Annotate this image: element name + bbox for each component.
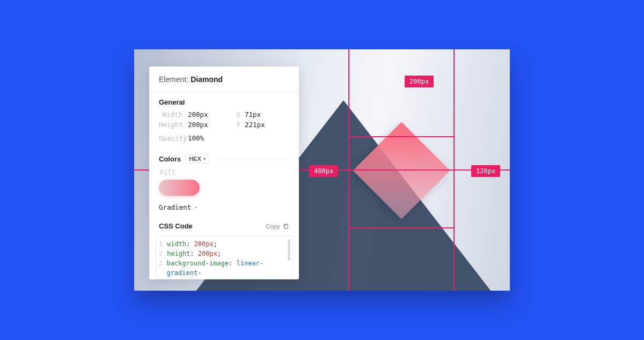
- height-label: Height: [159, 121, 188, 129]
- copy-css-button[interactable]: Copy: [266, 223, 289, 230]
- inspector-panel: Element: Diamond General Width 200px X 7…: [149, 66, 299, 279]
- opacity-value[interactable]: 100%: [188, 134, 219, 142]
- height-value[interactable]: 200px: [188, 121, 219, 129]
- chevron-down-icon: ▾: [194, 205, 197, 210]
- css-section-header: CSS Code Copy: [149, 215, 299, 233]
- divider: [219, 159, 289, 159]
- color-format-select[interactable]: HEX ▾: [185, 154, 210, 164]
- general-title: General: [159, 98, 289, 106]
- hex-label: HEX: [189, 156, 201, 162]
- canvas-stage[interactable]: 200px 480px 120px Element: Diamond Gener…: [134, 49, 510, 291]
- measure-tag-top: 200px: [405, 76, 434, 87]
- fill-label: Fill: [160, 169, 289, 176]
- scrollbar-thumb[interactable]: [288, 239, 290, 261]
- colors-section: Colors HEX ▾ Fill Gradient ▾: [149, 147, 299, 215]
- x-label: X: [235, 110, 245, 119]
- gradient-label: Gradient: [159, 203, 191, 211]
- measure-tag-left: 480px: [309, 165, 338, 177]
- y-label: Y: [235, 121, 245, 129]
- css-title: CSS Code: [159, 222, 193, 230]
- element-name: Diamond: [191, 75, 223, 84]
- copy-label: Copy: [266, 223, 280, 230]
- copy-icon: [283, 223, 289, 230]
- element-label: Element:: [159, 75, 191, 84]
- x-value[interactable]: 71px: [245, 110, 261, 119]
- fill-type-select[interactable]: Gradient ▾: [159, 203, 197, 211]
- svg-rect-0: [284, 225, 288, 228]
- general-section: General Width 200px X 71px Height 200px …: [149, 92, 299, 147]
- fill-gradient-swatch[interactable]: [159, 180, 200, 196]
- measure-tag-right: 120px: [471, 165, 500, 177]
- selection-bounds[interactable]: [348, 136, 455, 228]
- width-label: Width: [159, 110, 188, 119]
- colors-title: Colors: [159, 155, 181, 163]
- css-code-box[interactable]: 1width: 200px; 2height: 200px; 3backgrou…: [156, 235, 292, 279]
- width-value[interactable]: 200px: [188, 110, 219, 119]
- panel-header: Element: Diamond: [149, 66, 299, 92]
- opacity-label: Opacity: [159, 134, 188, 142]
- y-value[interactable]: 221px: [245, 121, 265, 129]
- chevron-down-icon: ▾: [203, 156, 206, 161]
